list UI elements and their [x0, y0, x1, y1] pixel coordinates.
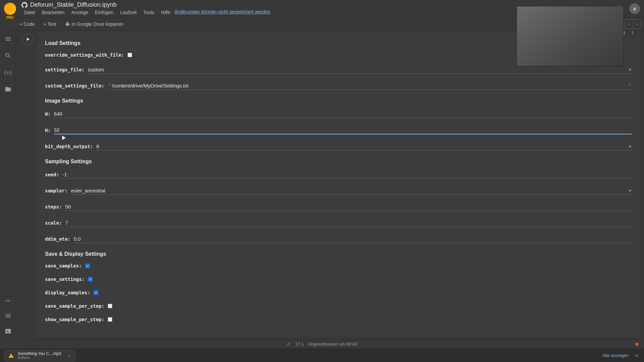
warning-icon: [8, 352, 14, 359]
user-avatar[interactable]: a: [629, 3, 640, 14]
sampler-label: sampler:: [45, 188, 67, 193]
section-image-settings: Image Settings: [45, 98, 632, 104]
terminal-icon: [5, 328, 11, 335]
scale-input[interactable]: [65, 219, 632, 227]
custom-file-label: custom_settings_file:: [45, 83, 104, 88]
more-vert-icon: [630, 31, 635, 36]
quote-close: ": [628, 83, 632, 88]
toc-button[interactable]: [3, 34, 13, 44]
menu-hilfe[interactable]: Hilfe: [158, 9, 173, 16]
save-sample-per-step-label: save_sample_per_step:: [45, 303, 104, 309]
save-settings-label: save_settings:: [45, 277, 85, 282]
save-warning-link[interactable]: Änderungen können nicht gespeichert werd…: [174, 9, 270, 16]
menu-anzeige[interactable]: Anzeige: [68, 9, 91, 16]
display-samples-label: display_samples:: [45, 290, 90, 295]
search-button[interactable]: [3, 50, 13, 61]
terminal-button[interactable]: [3, 326, 13, 337]
play-icon: [25, 37, 31, 42]
menu-tools[interactable]: Tools: [141, 9, 157, 16]
run-cell-button[interactable]: [22, 34, 34, 45]
sampler-select[interactable]: euler_ancestral ▼: [71, 187, 632, 195]
custom-file-input[interactable]: [112, 82, 627, 89]
check-icon: [86, 264, 89, 267]
save-samples-label: save_samples:: [45, 263, 82, 268]
download-status: Entfernt: [18, 356, 61, 360]
scale-label: scale:: [45, 220, 62, 226]
toc-icon: [5, 36, 11, 42]
mouse-cursor: [60, 135, 66, 140]
override-checkbox[interactable]: [127, 53, 132, 57]
bit-depth-select[interactable]: 8 ▼: [96, 142, 632, 150]
h-input[interactable]: [54, 126, 632, 134]
left-sidebar: {x} <>: [0, 31, 16, 339]
bit-depth-value: 8: [96, 142, 628, 150]
w-input[interactable]: [54, 110, 632, 118]
h-label: H:: [45, 128, 51, 133]
override-label: override_settings_with_file:: [45, 52, 124, 58]
cell-more-button[interactable]: [629, 31, 637, 37]
ddim-eta-input[interactable]: [74, 235, 632, 243]
colab-logo: PRO: [4, 3, 16, 15]
settings-file-value: custom: [88, 66, 628, 73]
chevron-up-icon: [635, 22, 639, 26]
expand-button[interactable]: [633, 19, 641, 29]
search-icon: [5, 52, 11, 59]
code-snippets-button[interactable]: <>: [3, 295, 13, 306]
copy-to-drive-button[interactable]: In Google Drive kopieren: [62, 20, 127, 28]
save-settings-checkbox[interactable]: [88, 277, 93, 282]
custom-file-input-wrap[interactable]: " ": [108, 82, 632, 90]
sampler-value: euler_ancestral: [71, 187, 628, 194]
status-completed: Abgeschlossen um 00:43: [308, 342, 357, 347]
notebook-content[interactable]: Load Settings override_settings_with_fil…: [16, 31, 644, 339]
copy-drive-label: In Google Drive kopieren: [72, 21, 124, 27]
menu-laufzeit[interactable]: Laufzeit: [117, 9, 139, 16]
files-button[interactable]: [3, 84, 13, 95]
github-icon: [21, 2, 28, 8]
add-code-label: Code: [23, 21, 35, 27]
steps-label: steps:: [45, 204, 62, 209]
add-text-label: Text: [48, 21, 56, 27]
section-save-display: Save & Display Settings: [45, 251, 632, 257]
chevron-down-icon: [627, 22, 631, 26]
plus-icon: +: [19, 21, 22, 27]
variables-button[interactable]: {x}: [3, 67, 13, 78]
status-bar: ✓ 17 s Abgeschlossen um 00:43: [0, 339, 644, 349]
chevron-down-icon: ▼: [628, 144, 632, 148]
code-icon: <>: [5, 298, 11, 303]
menu-bearbeiten[interactable]: Bearbeiten: [39, 9, 67, 16]
seed-input[interactable]: [62, 171, 632, 179]
download-item[interactable]: Something You C....mp3 Entfernt: [4, 350, 75, 361]
download-filename: Something You C....mp3: [18, 351, 61, 356]
show-all-downloads[interactable]: Alle anzeigen: [602, 353, 629, 358]
menu-datei[interactable]: Datei: [21, 9, 38, 16]
display-samples-checkbox[interactable]: [94, 290, 98, 295]
save-samples-checkbox[interactable]: [85, 263, 90, 268]
ddim-eta-label: ddim_eta:: [45, 236, 70, 242]
notebook-title[interactable]: Deforum_Stable_Diffusion.ipynb: [30, 1, 117, 8]
collapse-button[interactable]: [625, 19, 633, 29]
folder-icon: [5, 86, 11, 93]
show-sample-per-step-checkbox[interactable]: [108, 317, 112, 322]
chevron-down-icon: ▼: [628, 68, 632, 72]
seed-label: seed:: [45, 172, 59, 177]
save-sample-per-step-checkbox[interactable]: [108, 304, 112, 308]
menu-bar: Datei Bearbeiten Anzeige Einfügen Laufze…: [21, 9, 270, 16]
add-code-button[interactable]: + Code: [16, 20, 38, 28]
check-icon: ✓: [287, 342, 290, 347]
cell-body: Load Settings override_settings_with_fil…: [37, 31, 640, 337]
section-sampling-settings: Sampling Settings: [45, 159, 632, 165]
add-text-button[interactable]: + Text: [40, 20, 60, 28]
bit-depth-label: bit_depth_output:: [45, 144, 93, 149]
steps-input[interactable]: [65, 203, 632, 211]
command-icon: [5, 312, 11, 319]
settings-file-select[interactable]: custom ▼: [88, 66, 632, 74]
drive-icon: [65, 21, 70, 27]
chevron-up-icon[interactable]: [67, 353, 72, 358]
close-icon: [634, 353, 639, 358]
command-palette-button[interactable]: [3, 310, 13, 321]
close-downloads-button[interactable]: [633, 352, 640, 359]
webcam-overlay: [517, 6, 624, 66]
chevron-down-icon: ▼: [628, 189, 632, 193]
settings-file-label: settings_file:: [45, 67, 85, 72]
menu-einfuegen[interactable]: Einfügen: [92, 9, 116, 16]
